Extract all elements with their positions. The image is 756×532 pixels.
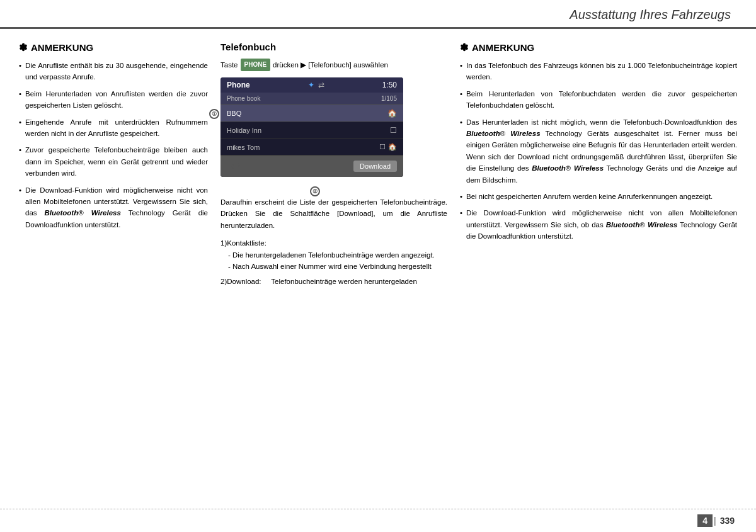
- bluetooth-icon: ✦: [308, 81, 314, 89]
- left-anmerkung-star: ✽: [19, 42, 27, 54]
- phone-icon-holiday: ☐: [390, 126, 397, 135]
- right-anmerkung-content: In das Telefonbuch des Fahrzeugs können …: [460, 60, 737, 242]
- right-anmerkung-star: ✽: [460, 42, 468, 54]
- phone-ui: Phone ✦ ⇄ 1:50 Phone book 1/105 BB: [220, 77, 403, 177]
- telefonbuch-section: Telefonbuch Taste PHONE drücken ▶ [Telef…: [220, 42, 447, 492]
- phone-time: 1:50: [382, 81, 397, 89]
- contact-row-holiday: Holiday Inn ☐: [220, 122, 403, 139]
- list-item: Das Herunterladen ist nicht möglich, wen…: [460, 116, 737, 186]
- contacts-list: BBQ 🏠 Holiday Inn ☐ mikes Tom: [220, 105, 403, 156]
- contact-row-bbq: BBQ 🏠: [220, 105, 403, 122]
- phone-icon-mikes: ☐: [379, 143, 386, 151]
- page-title: Ausstattung Ihres Fahrzeugs: [570, 8, 731, 22]
- contact-name-holiday: Holiday Inn: [227, 127, 390, 134]
- list-item: Beim Herunterladen von Anruflisten werde…: [19, 88, 208, 111]
- page-number-display: 4 | 339: [697, 514, 737, 527]
- sub-item-1b: - Nach Auswahl einer Nummer wird eine Ve…: [220, 261, 447, 272]
- home-icon-mikes: 🏠: [388, 143, 397, 151]
- intro-before: Taste: [220, 59, 238, 71]
- back-icon: ↩: [227, 159, 240, 173]
- page-divider: |: [713, 514, 718, 527]
- phone-download-bar: ↩ Download: [220, 156, 403, 177]
- page-number: 339: [718, 514, 737, 527]
- list-item: Die Download-Funktion wird möglicherweis…: [19, 184, 208, 231]
- numbered-item-1: 1)Kontaktliste: - Die heruntergeladenen …: [220, 237, 447, 272]
- page-section: 4: [697, 514, 713, 527]
- list-item: Eingehende Anrufe mit unterdrückten Rufn…: [19, 116, 208, 140]
- left-anmerkung-label: ANMERKUNG: [31, 42, 93, 53]
- list-item: Beim Herunterladen von Telefonbuchdaten …: [460, 88, 737, 111]
- contact-name-bbq: BBQ: [227, 110, 387, 117]
- phone-label: Phone: [227, 81, 250, 89]
- annotation-circle-2-container: ②: [220, 184, 410, 196]
- list-item: Die Download-Funktion wird möglicherweis…: [460, 207, 737, 242]
- annotation-circle-1: ①: [209, 109, 219, 119]
- intro-after: drücken ▶ [Telefonbuch] auswählen: [273, 59, 388, 71]
- annotation-circle-2: ②: [310, 186, 320, 196]
- item-1-label: 1)Kontaktliste:: [220, 239, 266, 247]
- right-anmerkung-label: ANMERKUNG: [472, 42, 534, 53]
- contact-name-mikes: mikes Tom: [227, 144, 379, 151]
- telefonbuch-title: Telefonbuch: [220, 42, 447, 52]
- list-item: In das Telefonbuch des Fahrzeugs können …: [460, 60, 737, 83]
- numbered-list: 1)Kontaktliste: - Die heruntergeladenen …: [220, 237, 447, 288]
- right-anmerkung-section: ✽ ANMERKUNG In das Telefonbuch des Fahrz…: [460, 42, 737, 492]
- beschreibung-text: Daraufhin erscheint die Liste der gespei…: [220, 196, 447, 231]
- sub-item-1a: - Die heruntergeladenen Telefonbucheintr…: [220, 249, 447, 261]
- list-item: Die Anrufliste enthält bis zu 30 ausgehe…: [19, 60, 208, 83]
- left-anmerkung-title: ✽ ANMERKUNG: [19, 42, 208, 54]
- numbered-item-2: 2)Download: Telefonbucheinträge werden h…: [220, 276, 447, 287]
- left-anmerkung-content: Die Anrufliste enthält bis zu 30 ausgehe…: [19, 60, 208, 230]
- telefonbuch-intro: Taste PHONE drücken ▶ [Telefonbuch] ausw…: [220, 59, 447, 71]
- phone-subheader: Phone book 1/105: [220, 93, 403, 105]
- page-header: Ausstattung Ihres Fahrzeugs: [0, 0, 756, 29]
- page-footer: 4 | 339: [0, 509, 756, 532]
- list-item: Zuvor gespeicherte Telefonbucheinträge b…: [19, 144, 208, 179]
- phone-button: PHONE: [241, 59, 271, 71]
- phone-book-label: Phone book: [227, 95, 260, 102]
- arrows-icon: ⇄: [318, 81, 324, 89]
- left-anmerkung-section: ✽ ANMERKUNG Die Anrufliste enthält bis z…: [19, 42, 208, 492]
- phone-header-icons: ✦ ⇄: [308, 81, 324, 89]
- contact-icons-mikes: ☐ 🏠: [379, 143, 397, 151]
- item-2-label: 2)Download: Telefonbucheinträge werden h…: [220, 278, 417, 285]
- left-anmerkung-list: Die Anrufliste enthält bis zu 30 ausgehe…: [19, 60, 208, 230]
- list-item: Bei nicht gespeicherten Anrufern werden …: [460, 191, 737, 202]
- download-button-ui: Download: [353, 161, 397, 172]
- right-anmerkung-list: In das Telefonbuch des Fahrzeugs können …: [460, 60, 737, 242]
- main-content: ✽ ANMERKUNG Die Anrufliste enthält bis z…: [0, 29, 756, 498]
- phone-header-bar: Phone ✦ ⇄ 1:50: [220, 77, 403, 93]
- contact-row-mikes: mikes Tom ☐ 🏠: [220, 139, 403, 156]
- right-anmerkung-title: ✽ ANMERKUNG: [460, 42, 737, 54]
- home-icon-bbq: 🏠: [387, 109, 397, 118]
- phone-book-count: 1/105: [381, 95, 397, 102]
